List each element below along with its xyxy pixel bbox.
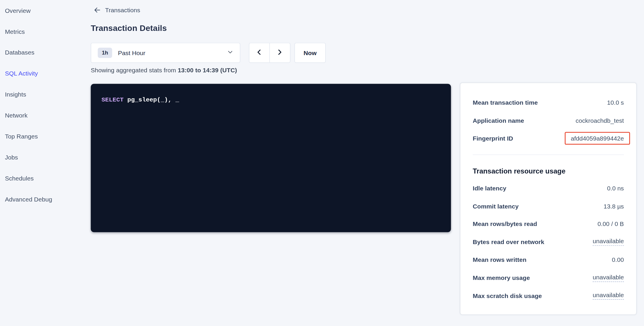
sidebar: Overview Metrics Databases SQL Activity … — [0, 0, 91, 326]
detail-value: 13.8 µs — [603, 202, 624, 209]
detail-label: Application name — [473, 117, 524, 124]
detail-label: Max scratch disk usage — [473, 292, 542, 299]
time-range-select[interactable]: 1h Past Hour — [91, 43, 240, 63]
sidebar-item-network[interactable]: Network — [0, 105, 91, 126]
chevron-right-icon — [277, 49, 283, 57]
sql-body: pg_sleep(_), _ — [124, 97, 179, 104]
sidebar-item-jobs[interactable]: Jobs — [0, 147, 91, 168]
detail-label: Mean rows/bytes read — [473, 220, 537, 227]
arrow-left-icon — [94, 7, 101, 14]
detail-label: Max memory usage — [473, 274, 530, 281]
resource-row-mean-rows-written: Mean rows written 0.00 — [473, 251, 624, 269]
detail-label: Fingerprint ID — [473, 135, 513, 142]
detail-value: cockroachdb_test — [576, 117, 624, 124]
detail-row-mean-transaction-time: Mean transaction time 10.0 s — [473, 94, 624, 111]
detail-value: 10.0 s — [607, 99, 624, 106]
resource-row-commit-latency: Commit latency 13.8 µs — [473, 197, 624, 215]
unavailable-tooltip-value[interactable]: unavailable — [593, 274, 624, 282]
unavailable-tooltip-value[interactable]: unavailable — [593, 238, 624, 246]
detail-value: 0.0 ns — [607, 185, 624, 192]
aggregated-stats-text: Showing aggregated stats from 13:00 to 1… — [91, 66, 237, 73]
detail-row-application-name: Application name cockroachdb_test — [473, 112, 624, 129]
resource-row-max-memory-usage: Max memory usage unavailable — [473, 269, 624, 286]
detail-label: Bytes read over network — [473, 238, 544, 245]
resource-row-mean-rows-bytes-read: Mean rows/bytes read 0.00 / 0 B — [473, 215, 624, 233]
sidebar-item-databases[interactable]: Databases — [0, 42, 91, 63]
sidebar-item-schedules[interactable]: Schedules — [0, 168, 91, 189]
time-step-buttons — [249, 43, 290, 63]
sidebar-item-advanced-debug[interactable]: Advanced Debug — [0, 189, 91, 210]
detail-label: Mean rows written — [473, 256, 526, 263]
stats-text-prefix: Showing aggregated stats from — [91, 66, 178, 73]
sidebar-item-metrics[interactable]: Metrics — [0, 21, 91, 42]
sidebar-item-overview[interactable]: Overview — [0, 0, 91, 21]
resource-row-max-scratch-disk-usage: Max scratch disk usage unavailable — [473, 287, 624, 304]
breadcrumb-back-link[interactable]: Transactions — [94, 7, 140, 14]
resource-usage-heading: Transaction resource usage — [473, 167, 624, 175]
now-button[interactable]: Now — [295, 43, 326, 63]
detail-row-fingerprint-id: Fingerprint ID afdd4059a899442e — [473, 129, 624, 147]
unavailable-tooltip-value[interactable]: unavailable — [593, 291, 624, 299]
sql-statement: SELECT pg_sleep(_), _ — [101, 97, 440, 104]
stats-time-range: 13:00 to 14:39 (UTC) — [178, 66, 237, 73]
sidebar-item-top-ranges[interactable]: Top Ranges — [0, 126, 91, 147]
page-title: Transaction Details — [91, 23, 167, 33]
time-range-selected: Past Hour — [118, 49, 227, 56]
fingerprint-value-highlight: afdd4059a899442e — [565, 132, 630, 145]
time-range-badge: 1h — [98, 48, 112, 58]
sidebar-item-sql-activity[interactable]: SQL Activity — [0, 63, 91, 84]
sql-keyword: SELECT — [101, 97, 124, 104]
detail-value: 0.00 — [612, 256, 624, 263]
transaction-details-card: Mean transaction time 10.0 s Application… — [460, 83, 636, 315]
detail-label: Commit latency — [473, 202, 518, 209]
breadcrumb-label: Transactions — [105, 7, 140, 14]
resource-row-bytes-read-over-network: Bytes read over network unavailable — [473, 233, 624, 251]
chevron-left-icon — [256, 49, 263, 57]
resource-row-idle-latency: Idle latency 0.0 ns — [473, 179, 624, 197]
previous-interval-button[interactable] — [249, 43, 270, 62]
sidebar-item-insights[interactable]: Insights — [0, 84, 91, 105]
card-divider — [473, 155, 624, 155]
detail-value: 0.00 / 0 B — [597, 220, 624, 227]
detail-label: Mean transaction time — [473, 99, 538, 106]
detail-label: Idle latency — [473, 185, 506, 192]
sql-statement-box: SELECT pg_sleep(_), _ — [91, 84, 451, 232]
chevron-down-icon — [227, 49, 233, 57]
next-interval-button[interactable] — [270, 43, 290, 62]
